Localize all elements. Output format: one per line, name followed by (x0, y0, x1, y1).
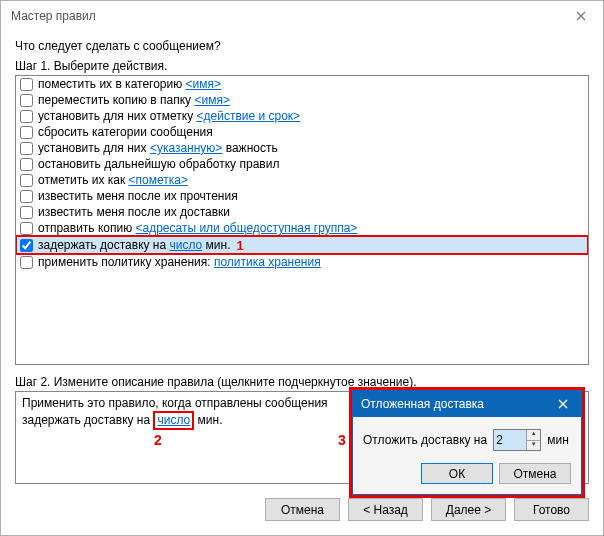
action-row[interactable]: сбросить категории сообщения (16, 124, 588, 140)
action-checkbox[interactable] (20, 78, 33, 91)
action-label: задержать доставку на число мин. (38, 238, 231, 252)
action-row[interactable]: поместить их в категорию <имя> (16, 76, 588, 92)
action-row[interactable]: задержать доставку на число мин.1 (16, 236, 588, 254)
inner-dialog-title: Отложенная доставка (361, 397, 484, 411)
action-row[interactable]: применить политику хранения: политика хр… (16, 254, 588, 270)
action-checkbox[interactable] (20, 174, 33, 187)
action-checkbox[interactable] (20, 190, 33, 203)
action-checkbox[interactable] (20, 158, 33, 171)
minutes-input[interactable] (494, 430, 526, 450)
close-icon (576, 11, 586, 21)
action-label: известить меня после их доставки (38, 205, 230, 219)
spinner-buttons: ▲ ▼ (526, 430, 540, 450)
action-checkbox[interactable] (20, 110, 33, 123)
action-link[interactable]: политика хранения (214, 255, 321, 269)
action-label: отправить копию <адресаты или общедоступ… (38, 221, 357, 235)
number-link-highlight: число (153, 411, 194, 430)
finish-button[interactable]: Готово (514, 498, 589, 521)
action-link[interactable]: <пометка> (129, 173, 188, 187)
spin-up-button[interactable]: ▲ (527, 430, 540, 441)
cancel-button[interactable]: Отмена (265, 498, 340, 521)
action-label: переместить копию в папку <имя> (38, 93, 230, 107)
titlebar: Мастер правил (1, 1, 603, 31)
step1-heading: Шаг 1. Выберите действия. (15, 59, 589, 73)
action-label: известить меня после их прочтения (38, 189, 238, 203)
inner-button-row: ОК Отмена (363, 463, 571, 484)
action-checkbox[interactable] (20, 239, 33, 252)
action-row[interactable]: отметить их как <пометка> (16, 172, 588, 188)
annotation-3: 3 (338, 432, 346, 448)
inner-titlebar: Отложенная доставка (353, 391, 581, 417)
action-link[interactable]: <имя> (186, 77, 221, 91)
window-close-button[interactable] (558, 1, 603, 31)
action-row[interactable]: известить меня после их доставки (16, 204, 588, 220)
action-row[interactable]: установить для них отметку <действие и с… (16, 108, 588, 124)
action-checkbox[interactable] (20, 94, 33, 107)
action-row[interactable]: известить меня после их прочтения (16, 188, 588, 204)
action-label: сбросить категории сообщения (38, 125, 213, 139)
action-link[interactable]: <имя> (194, 93, 229, 107)
inner-dialog-body: Отложить доставку на ▲ ▼ мин ОК Отмена (353, 417, 581, 494)
close-icon (558, 399, 568, 409)
action-checkbox[interactable] (20, 206, 33, 219)
annotation-2: 2 (154, 432, 162, 448)
action-label: поместить их в категорию <имя> (38, 77, 221, 91)
action-link[interactable]: число (169, 238, 202, 252)
deferred-delivery-highlight: Отложенная доставка Отложить доставку на… (349, 387, 585, 498)
back-button[interactable]: < Назад (348, 498, 423, 521)
prompt-text: Что следует сделать с сообщением? (15, 39, 589, 53)
action-row[interactable]: отправить копию <адресаты или общедоступ… (16, 220, 588, 236)
action-label: остановить дальнейшую обработку правил (38, 157, 279, 171)
action-row[interactable]: установить для них <указанную> важность (16, 140, 588, 156)
window-title: Мастер правил (11, 9, 96, 23)
actions-list[interactable]: поместить их в категорию <имя>переместит… (15, 75, 589, 365)
deferred-delivery-dialog: Отложенная доставка Отложить доставку на… (352, 390, 582, 495)
action-label: применить политику хранения: политика хр… (38, 255, 321, 269)
action-row[interactable]: переместить копию в папку <имя> (16, 92, 588, 108)
inner-close-button[interactable] (545, 391, 581, 417)
action-link[interactable]: <указанную> (150, 141, 223, 155)
spin-down-button[interactable]: ▼ (527, 441, 540, 451)
inner-cancel-button[interactable]: Отмена (499, 463, 571, 484)
action-label: установить для них <указанную> важность (38, 141, 278, 155)
action-link[interactable]: <адресаты или общедоступная группа> (136, 221, 358, 235)
next-button[interactable]: Далее > (431, 498, 506, 521)
action-label: установить для них отметку <действие и с… (38, 109, 300, 123)
action-row[interactable]: остановить дальнейшую обработку правил (16, 156, 588, 172)
defer-unit: мин (547, 433, 569, 447)
action-label: отметить их как <пометка> (38, 173, 188, 187)
wizard-button-bar: Отмена < Назад Далее > Готово (265, 498, 589, 521)
defer-row: Отложить доставку на ▲ ▼ мин (363, 429, 571, 451)
action-checkbox[interactable] (20, 142, 33, 155)
action-checkbox[interactable] (20, 222, 33, 235)
defer-label: Отложить доставку на (363, 433, 487, 447)
minutes-spinner[interactable]: ▲ ▼ (493, 429, 541, 451)
action-checkbox[interactable] (20, 126, 33, 139)
action-checkbox[interactable] (20, 256, 33, 269)
rules-wizard-window: Мастер правил Что следует сделать с сооб… (0, 0, 604, 536)
number-link[interactable]: число (157, 413, 190, 427)
action-link[interactable]: <действие и срок> (197, 109, 301, 123)
inner-ok-button[interactable]: ОК (421, 463, 493, 484)
annotation-1: 1 (237, 238, 244, 253)
